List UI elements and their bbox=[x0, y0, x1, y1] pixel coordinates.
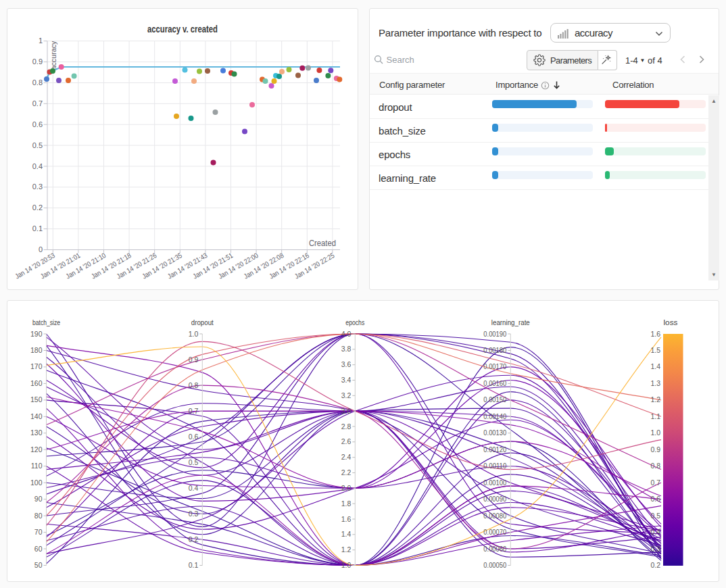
svg-text:1.4: 1.4 bbox=[341, 530, 352, 538]
svg-text:120: 120 bbox=[30, 445, 43, 454]
svg-text:2.4: 2.4 bbox=[341, 453, 352, 461]
svg-text:4.0: 4.0 bbox=[341, 330, 352, 338]
svg-text:3.2: 3.2 bbox=[341, 391, 352, 399]
svg-text:0.9: 0.9 bbox=[32, 57, 43, 66]
svg-text:0.3: 0.3 bbox=[650, 545, 660, 553]
svg-text:110: 110 bbox=[31, 462, 43, 470]
svg-text:0.8: 0.8 bbox=[650, 462, 660, 470]
svg-text:0.3: 0.3 bbox=[32, 182, 43, 191]
svg-text:0.6: 0.6 bbox=[650, 495, 660, 503]
svg-text:Created: Created bbox=[309, 239, 336, 248]
svg-text:2.8: 2.8 bbox=[341, 422, 352, 431]
svg-text:0.2: 0.2 bbox=[32, 203, 43, 212]
svg-text:0.1: 0.1 bbox=[189, 561, 199, 569]
svg-text:0.00080: 0.00080 bbox=[483, 512, 506, 520]
svg-text:accuracy v. created: accuracy v. created bbox=[147, 24, 218, 34]
svg-text:0.9: 0.9 bbox=[189, 356, 199, 364]
svg-text:1.6: 1.6 bbox=[341, 515, 352, 523]
svg-text:1.8: 1.8 bbox=[341, 499, 352, 508]
svg-text:170: 170 bbox=[30, 362, 43, 370]
svg-text:dropout: dropout bbox=[191, 318, 214, 326]
svg-text:0.00100: 0.00100 bbox=[483, 479, 506, 487]
svg-text:0.2: 0.2 bbox=[650, 561, 660, 569]
svg-text:0: 0 bbox=[39, 245, 43, 253]
svg-text:0.00160: 0.00160 bbox=[483, 379, 506, 387]
svg-text:0.9: 0.9 bbox=[650, 445, 660, 454]
svg-text:1.2: 1.2 bbox=[650, 395, 660, 403]
svg-text:0.4: 0.4 bbox=[650, 528, 660, 536]
svg-text:epochs: epochs bbox=[345, 318, 364, 326]
svg-text:0.6: 0.6 bbox=[32, 120, 43, 128]
svg-text:3.8: 3.8 bbox=[341, 345, 352, 353]
svg-text:3.0: 3.0 bbox=[341, 407, 352, 415]
svg-text:1.4: 1.4 bbox=[650, 362, 660, 370]
svg-text:60: 60 bbox=[34, 545, 43, 553]
svg-text:loss: loss bbox=[664, 318, 678, 326]
svg-text:0.7: 0.7 bbox=[32, 99, 43, 107]
svg-text:0.00140: 0.00140 bbox=[483, 412, 506, 420]
svg-text:0.00070: 0.00070 bbox=[483, 528, 506, 536]
svg-text:0.00110: 0.00110 bbox=[483, 462, 506, 470]
svg-text:learning_rate: learning_rate bbox=[491, 318, 530, 326]
svg-text:150: 150 bbox=[30, 395, 43, 403]
svg-text:0.5: 0.5 bbox=[32, 141, 43, 149]
svg-text:50: 50 bbox=[34, 561, 43, 569]
svg-text:1.0: 1.0 bbox=[189, 330, 199, 338]
svg-text:0.00130: 0.00130 bbox=[483, 428, 506, 437]
svg-text:0.00190: 0.00190 bbox=[483, 330, 506, 338]
svg-text:0.7: 0.7 bbox=[189, 407, 199, 415]
svg-text:1.6: 1.6 bbox=[650, 330, 660, 338]
svg-text:1.2: 1.2 bbox=[341, 545, 352, 554]
svg-text:batch_size: batch_size bbox=[32, 318, 60, 326]
svg-text:80: 80 bbox=[34, 512, 43, 520]
svg-text:accuracy: accuracy bbox=[49, 41, 57, 70]
svg-text:140: 140 bbox=[30, 412, 43, 420]
svg-text:2.2: 2.2 bbox=[341, 468, 352, 476]
svg-text:160: 160 bbox=[30, 379, 43, 387]
svg-text:0.5: 0.5 bbox=[189, 458, 199, 466]
svg-text:1: 1 bbox=[39, 36, 43, 45]
svg-text:1.0: 1.0 bbox=[650, 428, 660, 437]
svg-text:0.6: 0.6 bbox=[189, 433, 199, 441]
svg-text:1.0: 1.0 bbox=[341, 561, 352, 569]
svg-text:0.00180: 0.00180 bbox=[483, 346, 506, 354]
svg-text:0.5: 0.5 bbox=[650, 512, 660, 520]
svg-text:3.6: 3.6 bbox=[341, 360, 352, 368]
svg-text:3.4: 3.4 bbox=[341, 376, 352, 384]
svg-text:1.3: 1.3 bbox=[650, 379, 660, 387]
svg-text:130: 130 bbox=[30, 428, 43, 437]
svg-text:100: 100 bbox=[30, 479, 43, 487]
svg-text:0.2: 0.2 bbox=[189, 535, 199, 543]
svg-text:0.7: 0.7 bbox=[650, 479, 660, 487]
svg-text:0.00170: 0.00170 bbox=[483, 362, 506, 370]
svg-text:1.5: 1.5 bbox=[650, 346, 660, 354]
svg-text:0.1: 0.1 bbox=[32, 224, 43, 232]
svg-text:70: 70 bbox=[34, 528, 43, 536]
svg-text:0.00050: 0.00050 bbox=[483, 561, 506, 569]
svg-text:0.00120: 0.00120 bbox=[483, 445, 506, 454]
svg-text:0.8: 0.8 bbox=[189, 381, 199, 389]
svg-text:0.8: 0.8 bbox=[32, 78, 43, 87]
svg-text:0.00150: 0.00150 bbox=[483, 395, 506, 403]
svg-text:180: 180 bbox=[30, 346, 43, 354]
svg-text:90: 90 bbox=[34, 495, 43, 503]
svg-text:0.00090: 0.00090 bbox=[483, 495, 506, 503]
svg-text:2.6: 2.6 bbox=[341, 437, 352, 445]
svg-text:190: 190 bbox=[30, 330, 43, 338]
svg-text:0.00060: 0.00060 bbox=[483, 545, 506, 553]
svg-text:1.1: 1.1 bbox=[650, 412, 660, 420]
svg-text:0.3: 0.3 bbox=[189, 510, 199, 518]
svg-text:2.0: 2.0 bbox=[341, 484, 352, 492]
svg-text:0.4: 0.4 bbox=[32, 162, 43, 170]
svg-text:0.4: 0.4 bbox=[189, 484, 199, 492]
